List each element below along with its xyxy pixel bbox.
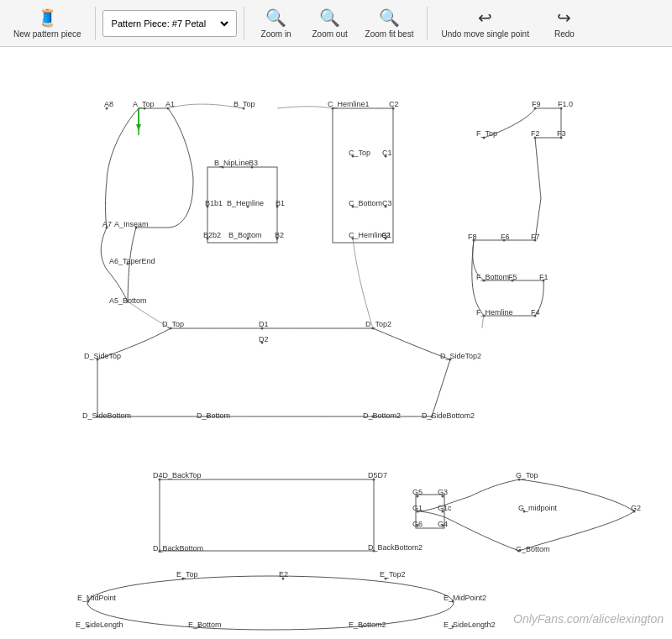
svg-text:G_Bottom: G_Bottom: [516, 545, 550, 553]
zoom-out-button[interactable]: 🔍 Zoom out: [305, 3, 355, 44]
redo-button[interactable]: ↪ Redo: [539, 3, 590, 44]
pattern-canvas[interactable]: A8 A_Top A1 A7 A_Inseam A6_TaperEnd A5_B…: [0, 47, 672, 639]
svg-point-60: [534, 137, 537, 139]
svg-point-74: [543, 280, 545, 282]
svg-text:G4: G4: [438, 520, 448, 528]
zoom-in-label: Zoom in: [261, 29, 291, 39]
svg-rect-36: [333, 108, 393, 243]
svg-text:F_Top: F_Top: [476, 129, 497, 138]
zoom-fit-button[interactable]: 🔍 Zoom fit best: [359, 3, 421, 44]
svg-text:D2: D2: [259, 335, 269, 343]
undo-button[interactable]: ↩ Undo move single point: [434, 3, 536, 44]
svg-text:B3: B3: [249, 159, 258, 167]
svg-point-54: [534, 107, 537, 110]
svg-point-123: [442, 511, 444, 513]
svg-text:E_SideLength2: E_SideLength2: [444, 621, 496, 629]
zoom-out-label: Zoom out: [312, 29, 347, 39]
svg-text:E_Top: E_Top: [176, 570, 198, 579]
svg-text:A_Inseam: A_Inseam: [114, 220, 149, 228]
svg-text:D_BackBottom2: D_BackBottom2: [368, 543, 423, 552]
svg-text:E2: E2: [279, 570, 288, 579]
svg-point-94: [207, 416, 209, 418]
svg-text:E_SideLength: E_SideLength: [76, 621, 123, 629]
svg-point-27: [276, 206, 279, 208]
svg-text:G3: G3: [438, 488, 448, 496]
svg-point-25: [247, 206, 249, 208]
svg-point-29: [207, 238, 209, 240]
svg-text:C1: C1: [382, 149, 392, 157]
svg-text:F8: F8: [468, 233, 477, 241]
svg-point-106: [373, 550, 375, 553]
svg-point-121: [417, 511, 419, 513]
svg-point-104: [159, 550, 161, 553]
svg-text:D_SideTop2: D_SideTop2: [440, 352, 481, 360]
svg-text:B_Bottom: B_Bottom: [228, 231, 262, 239]
svg-point-6: [144, 107, 146, 110]
svg-text:G6: G6: [412, 520, 423, 528]
zoom-fit-label: Zoom fit best: [365, 29, 414, 39]
svg-point-128: [87, 576, 454, 630]
svg-point-92: [97, 416, 99, 418]
svg-text:B_NipLine: B_NipLine: [214, 159, 249, 167]
svg-point-142: [198, 626, 201, 628]
svg-point-140: [87, 626, 90, 628]
svg-point-23: [207, 206, 209, 208]
svg-point-78: [534, 315, 537, 317]
svg-point-46: [352, 206, 354, 208]
svg-text:B2b2: B2b2: [203, 231, 221, 239]
svg-text:F_Hemline: F_Hemline: [476, 308, 513, 317]
new-pattern-icon: 🧵: [37, 8, 58, 28]
svg-point-98: [431, 416, 433, 418]
svg-point-56: [560, 107, 563, 110]
svg-text:G1c: G1c: [438, 504, 452, 512]
svg-point-130: [182, 578, 185, 580]
pattern-svg: A8 A_Top A1 A7 A_Inseam A6_TaperEnd A5_B…: [0, 47, 672, 639]
svg-text:F3: F3: [557, 129, 566, 138]
svg-point-12: [135, 227, 138, 229]
svg-point-19: [222, 166, 224, 169]
svg-text:F2: F2: [531, 129, 540, 138]
zoom-in-button[interactable]: 🔍 Zoom in: [251, 3, 302, 44]
svg-text:C_Hemline1: C_Hemline1: [328, 100, 370, 108]
svg-point-134: [385, 578, 387, 580]
svg-text:C3: C3: [382, 199, 392, 207]
zoom-in-icon: 🔍: [265, 8, 286, 28]
separator-1: [95, 7, 96, 40]
svg-text:D4D_BackTop: D4D_BackTop: [153, 471, 202, 479]
svg-text:E_MidPoint: E_MidPoint: [77, 594, 117, 602]
pattern-piece-dropdown[interactable]: Pattern Piece: #7 Petal: [108, 18, 231, 29]
svg-text:E_Top2: E_Top2: [380, 570, 406, 579]
svg-point-109: [518, 479, 521, 481]
svg-point-33: [276, 238, 279, 240]
zoom-fit-icon: 🔍: [379, 8, 400, 28]
svg-text:D_SideBottom2: D_SideBottom2: [422, 411, 475, 420]
svg-point-21: [251, 166, 254, 169]
undo-icon: ↩: [478, 8, 492, 28]
svg-marker-2: [136, 124, 141, 131]
new-pattern-button[interactable]: 🧵 New pattern piece: [7, 3, 88, 44]
svg-text:A8: A8: [104, 100, 113, 108]
svg-text:F9: F9: [532, 100, 541, 108]
svg-point-90: [449, 359, 452, 361]
svg-text:D1: D1: [259, 320, 269, 328]
svg-text:D_SideTop: D_SideTop: [84, 352, 121, 360]
undo-label: Undo move single point: [441, 29, 529, 39]
svg-point-144: [361, 626, 364, 628]
pattern-piece-selector[interactable]: Pattern Piece: #7 Petal: [102, 10, 237, 37]
svg-point-146: [452, 626, 454, 628]
svg-point-72: [512, 280, 514, 282]
svg-text:A6_TaperEnd: A6_TaperEnd: [109, 257, 155, 265]
svg-point-119: [442, 495, 444, 498]
svg-point-102: [373, 479, 375, 481]
svg-point-136: [87, 600, 90, 603]
svg-text:D_SideBottom: D_SideBottom: [82, 411, 131, 420]
svg-point-14: [127, 263, 129, 265]
svg-point-117: [417, 495, 419, 498]
svg-text:E_Bottom2: E_Bottom2: [349, 621, 386, 629]
svg-text:D_Top: D_Top: [162, 320, 184, 328]
svg-point-82: [261, 327, 264, 330]
svg-text:F_Bottom: F_Bottom: [476, 273, 509, 281]
svg-point-115: [518, 550, 521, 553]
svg-point-113: [633, 511, 636, 513]
svg-point-125: [417, 525, 419, 527]
